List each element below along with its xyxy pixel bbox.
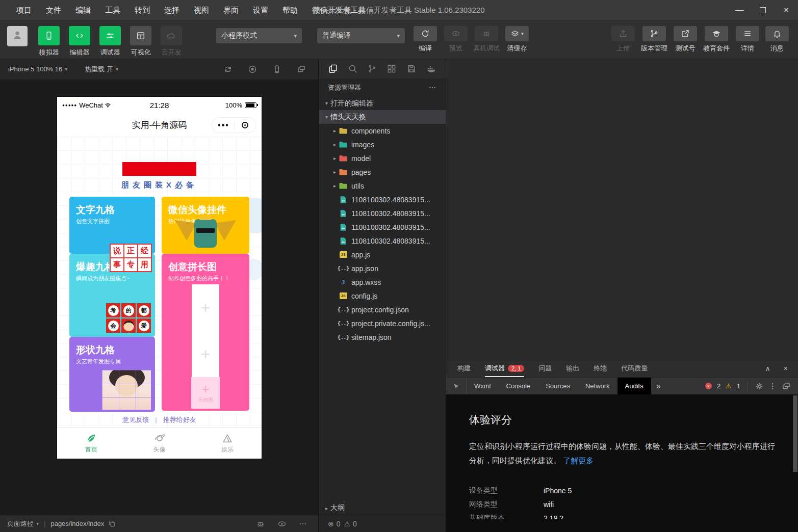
file-item[interactable]: 1108100302.48083915... (319, 206, 446, 220)
visualization-label: 可视化 (131, 48, 151, 57)
hot-reload-toggle[interactable]: 热重载 开 ▾ (85, 65, 118, 74)
search-icon[interactable] (348, 64, 358, 74)
copy-icon[interactable] (108, 520, 116, 527)
close-panel-icon[interactable]: × (784, 364, 788, 373)
panel-tab-输出[interactable]: 输出 (566, 359, 579, 377)
menu-item-4[interactable]: 工具 (98, 0, 127, 20)
blocks-icon[interactable] (387, 64, 397, 74)
collapse-icon[interactable]: ∧ (765, 364, 770, 373)
panel-tab-问题[interactable]: 问题 (538, 359, 552, 377)
folder-pages[interactable]: ▸pages (319, 165, 446, 179)
menu-item-1[interactable]: 项目 (9, 0, 39, 20)
undock-icon[interactable] (782, 382, 791, 391)
file-item[interactable]: {..}app.json (319, 261, 446, 275)
device-select[interactable]: iPhone 5 100% 16 ▾ (8, 65, 67, 73)
menu-item-5[interactable]: 转到 (127, 0, 157, 20)
folder-images[interactable]: ▸images (319, 138, 446, 151)
panel-tab-代码质量[interactable]: 代码质量 (621, 359, 648, 377)
audits-description-text: 定位和识别小程序运行过程中的体验问题，从性能、体验、最佳实践三个维度对小程序进行… (469, 442, 775, 465)
kebab-menu-icon[interactable] (768, 382, 777, 390)
version-manage-button[interactable]: 版本管理 (638, 26, 671, 53)
clear-cache-button[interactable]: ▾清缓存 (502, 26, 532, 53)
file-item[interactable]: {..}sitemap.json (319, 330, 446, 344)
phone-tab-首页[interactable]: 首页 (57, 428, 125, 459)
devtools-tab-network[interactable]: Network (578, 378, 617, 394)
ellipsis-icon[interactable] (428, 84, 436, 92)
visualization-button[interactable]: 可视化 (125, 26, 156, 57)
footer-link-1[interactable]: 意见反馈 (122, 416, 149, 423)
scrollbar-thumb[interactable] (793, 395, 797, 472)
close-button[interactable]: × (775, 0, 798, 20)
compile-mode-select[interactable]: 普通编译 ▾ (317, 28, 405, 43)
card-textgrid[interactable]: 文字九格 创意文字拼图说正经事专用 (69, 197, 155, 254)
device-icon[interactable] (272, 65, 281, 74)
file-item[interactable]: 1108100302.48083915... (319, 193, 446, 206)
messages-button[interactable]: 消息 (762, 26, 792, 53)
devtools-tab-console[interactable]: Console (499, 378, 538, 394)
project-root[interactable]: ▾情头天天换 (319, 110, 446, 124)
docker-icon[interactable] (426, 64, 436, 74)
bug-icon[interactable] (256, 519, 265, 528)
menu-item-3[interactable]: 编辑 (68, 0, 98, 20)
learn-more-link[interactable]: 了解更多 (563, 456, 594, 465)
file-item[interactable]: {..}project.private.config.js... (319, 316, 446, 330)
card-longpic[interactable]: 创意拼长图 制作创意多图的高手！！+++示例图 (162, 254, 249, 411)
phone-screen: ●●●●● WeChat 21:28 100% 实用-牛角源码 (57, 97, 262, 459)
open-editors-section[interactable]: ▾打开的编辑器 (319, 96, 446, 110)
menu-item-8[interactable]: 界面 (216, 0, 246, 20)
menu-item-6[interactable]: 选择 (157, 0, 187, 20)
footer-link-2[interactable]: 推荐给好友 (163, 416, 196, 423)
menu-item-7[interactable]: 视图 (187, 0, 216, 20)
devtools-tab-audits[interactable]: Audits (617, 378, 651, 394)
float-window-icon[interactable] (297, 65, 306, 74)
exit-button[interactable] (235, 122, 256, 128)
more-tabs-button[interactable]: » (651, 378, 666, 394)
more-button[interactable] (212, 124, 234, 126)
files-icon[interactable] (328, 64, 338, 74)
test-account-button[interactable]: 测试号 (671, 26, 700, 53)
minimize-button[interactable]: — (728, 0, 751, 20)
remote-debug-label: 真机调试 (473, 44, 500, 53)
avatar[interactable] (7, 26, 28, 46)
rotate-icon[interactable] (223, 65, 233, 74)
phone-tab-头像[interactable]: 头像 (125, 428, 194, 459)
inspect-element-button[interactable] (446, 378, 467, 394)
gear-icon[interactable] (755, 382, 763, 390)
menu-item-2[interactable]: 文件 (39, 0, 68, 20)
panel-tab-终端[interactable]: 终端 (594, 359, 607, 377)
tab-label: 构建 (457, 364, 471, 373)
menu-item-10[interactable]: 帮助 (275, 0, 305, 20)
debugger-button[interactable]: 调试器 (95, 26, 125, 57)
folder-components[interactable]: ▸components (319, 124, 446, 138)
branch-icon[interactable] (368, 64, 377, 73)
file-item[interactable]: JSconfig.js (319, 289, 446, 303)
file-item[interactable]: 3app.wxss (319, 275, 446, 289)
compile-button[interactable]: 编译 (410, 26, 441, 53)
devtools-tab-sources[interactable]: Sources (538, 378, 578, 394)
mode-select[interactable]: 小程序模式 ▾ (216, 28, 302, 43)
card-pendant[interactable]: 微信头像挂件 热门挂件免费用~ (162, 197, 249, 254)
save-icon[interactable] (406, 64, 417, 74)
details-button[interactable]: 详情 (733, 26, 762, 53)
card-photo[interactable]: 形状九格 文艺青年发图专属 (69, 337, 155, 412)
eye-icon[interactable] (277, 519, 287, 528)
menu-item-9[interactable]: 设置 (246, 0, 275, 20)
panel-tab-构建[interactable]: 构建 (457, 359, 471, 377)
file-item[interactable]: 1108100302.48083915... (319, 220, 446, 234)
folder-model[interactable]: ▸model (319, 151, 446, 165)
maximize-button[interactable] (751, 0, 775, 20)
file-item[interactable]: JSapp.js (319, 248, 446, 261)
stop-icon[interactable] (248, 65, 257, 74)
file-item[interactable]: 1108100302.48083915... (319, 234, 446, 248)
devtools-tab-wxml[interactable]: Wxml (467, 378, 499, 394)
phone-tab-娱乐[interactable]: 娱乐 (193, 428, 262, 459)
panel-tab-调试器[interactable]: 调试器2, 1 (485, 359, 524, 377)
file-item[interactable]: {..}project.config.json (319, 303, 446, 316)
ellipsis-icon[interactable] (299, 520, 307, 528)
editor-button[interactable]: 编辑器 (64, 26, 95, 57)
outline-section[interactable]: ▸ 大纲 (319, 501, 446, 515)
scrollbar[interactable] (793, 395, 797, 532)
simulator-button[interactable]: 模拟器 (34, 26, 64, 57)
edu-suite-button[interactable]: 教育套件 (700, 26, 733, 53)
folder-utils[interactable]: ▸utils (319, 179, 446, 193)
